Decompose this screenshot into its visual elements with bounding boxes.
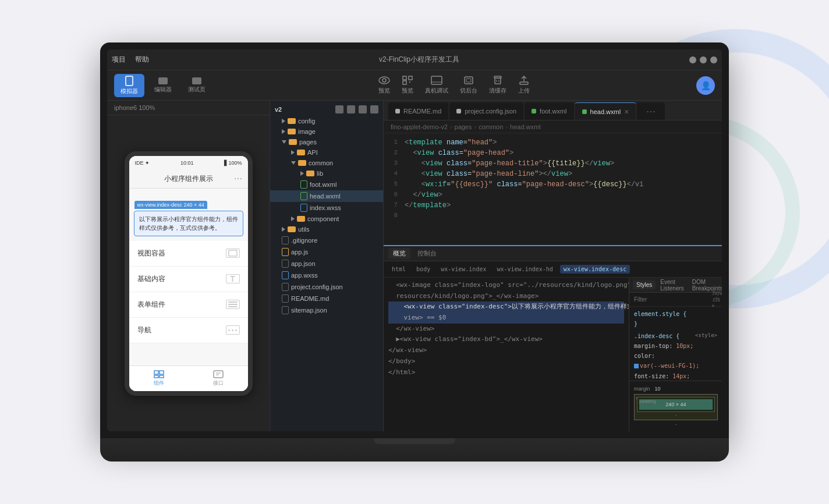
devtools-panel: 概览 控制台 html body wx-view.index wx-view.i…: [384, 245, 722, 431]
tab-close-icon[interactable]: ×: [624, 108, 629, 116]
close-button[interactable]: [710, 56, 717, 63]
dt-line: </html>: [388, 367, 624, 378]
nav-api[interactable]: 接口: [189, 366, 248, 391]
ft-new-file-icon[interactable]: [335, 105, 343, 113]
phone-content: wx-view.index-desc 240 × 44 以下将展示小程序官方组件…: [129, 189, 248, 365]
svg-rect-6: [431, 76, 442, 84]
filetree-item-utils[interactable]: utils: [270, 224, 383, 235]
list-item-0[interactable]: 视图容器: [129, 241, 248, 267]
el-tag-wxview-hd[interactable]: wx-view.index-hd: [493, 265, 556, 274]
svg-rect-14: [520, 82, 528, 84]
test-icon: [192, 77, 201, 84]
filetree-item-indexwxss[interactable]: index.wxss: [270, 202, 383, 214]
filetree-item-config[interactable]: config: [270, 116, 383, 126]
filetree-item-appwxss[interactable]: app.wxss: [270, 269, 383, 281]
nav-components-label: 组件: [154, 379, 164, 387]
editor-button[interactable]: 编辑器: [148, 74, 178, 97]
filetree-item-image[interactable]: image: [270, 126, 383, 137]
tab-readme[interactable]: README.md: [388, 102, 448, 120]
el-tag-wxview-index[interactable]: wx-view.index: [437, 265, 490, 274]
subtab-events[interactable]: Event Listeners: [657, 278, 688, 293]
code-content: <template name="head">: [405, 139, 497, 147]
laptop-frame: 项目 帮助 v2-FinClip小程序开发工具 模拟器: [100, 42, 729, 438]
svg-rect-9: [466, 79, 471, 82]
filetree-item-footwxml[interactable]: foot.wxml: [270, 179, 383, 190]
item-label: README.md: [291, 295, 329, 302]
device-debug-button[interactable]: 真机调试: [425, 76, 448, 95]
device-phone: IDE ✦ 10:01 ▋100% 小程序组件展示 ⋯: [125, 151, 253, 396]
status-right: ▋100%: [224, 160, 242, 166]
list-item-1[interactable]: 基础内容 T: [129, 267, 248, 292]
folder-icon: [289, 139, 297, 145]
devtools-tab-console[interactable]: 控制台: [413, 248, 441, 259]
svg-point-0: [379, 77, 389, 84]
file-icon: [300, 192, 307, 200]
real-preview-button[interactable]: 预览: [402, 76, 413, 95]
item-label: .gitignore: [291, 237, 317, 244]
filetree-item-lib[interactable]: lib: [270, 168, 383, 179]
breadcrumb-common: common: [479, 123, 503, 130]
item-label: sitemap.json: [291, 307, 327, 314]
list-item-label-0: 视图容器: [137, 249, 165, 258]
clear-cache-button[interactable]: 清缓存: [489, 76, 506, 95]
filetree-item-pages[interactable]: pages: [270, 137, 383, 147]
upload-button[interactable]: 上传: [518, 76, 530, 95]
ft-refresh-icon[interactable]: [359, 105, 367, 113]
list-item-2[interactable]: 表单组件: [129, 292, 248, 318]
devtools-code[interactable]: <wx-image class="index-logo" src="../res…: [384, 278, 629, 431]
menu-help[interactable]: 帮助: [135, 55, 149, 65]
ft-collapse-icon[interactable]: [370, 105, 378, 113]
nav-components[interactable]: 组件: [129, 366, 189, 391]
phone-title: 小程序组件展示: [164, 174, 213, 184]
background-label: 切后台: [460, 87, 477, 95]
highlight-text: 以下将展示小程序官方组件能力，组件样式仅供参考，互式仅供参考。: [139, 215, 238, 232]
menu-project[interactable]: 项目: [112, 55, 126, 65]
chevron-icon: [291, 216, 295, 221]
laptop-notch: [374, 438, 455, 444]
filetree-item-gitignore[interactable]: .gitignore: [270, 235, 383, 246]
tab-footwxml[interactable]: foot.wxml: [525, 102, 573, 120]
el-tag-body[interactable]: body: [413, 265, 434, 274]
ft-new-folder-icon[interactable]: [347, 105, 355, 113]
el-tag-wxview-desc[interactable]: wx-view.index-desc: [560, 265, 630, 274]
breadcrumb-sep: ›: [474, 123, 477, 130]
tab-more[interactable]: ⋯: [637, 102, 665, 120]
maximize-button[interactable]: [700, 56, 707, 63]
preview-button[interactable]: 预览: [378, 76, 390, 95]
svg-rect-11: [495, 78, 501, 84]
filetree-item-appjs[interactable]: app.js: [270, 246, 383, 258]
tab-headwxml[interactable]: head.wxml ×: [575, 102, 636, 120]
subtab-styles[interactable]: Styles: [633, 281, 656, 289]
filetree-item-api[interactable]: API: [270, 147, 383, 158]
chevron-icon: [282, 227, 285, 232]
filetree-item-sitemapjson[interactable]: sitemap.json: [270, 304, 383, 316]
tab-label: head.wxml: [590, 108, 621, 115]
tab-projectconfig[interactable]: project.config.json: [449, 102, 523, 120]
filetree-panel: v2 config: [270, 101, 384, 431]
dt-line: ▶<wx-view class="index-bd">_</wx-view>: [388, 334, 624, 345]
simulator-button[interactable]: 模拟器: [114, 74, 144, 97]
filetree-item-headwxml[interactable]: head.wxml: [270, 190, 383, 202]
clear-cache-label: 清缓存: [489, 87, 506, 95]
filetree-item-projectconfig[interactable]: project.config.json: [270, 281, 383, 293]
toolbar-center: 预览 预览: [212, 76, 696, 95]
list-item-label-3: 导航: [137, 325, 151, 335]
minimize-button[interactable]: [689, 56, 696, 63]
list-item-3[interactable]: 导航: [129, 318, 248, 343]
user-avatar[interactable]: 👤: [696, 76, 715, 95]
testpage-button[interactable]: 测试页: [182, 74, 212, 97]
devtools-tab-overview[interactable]: 概览: [388, 248, 410, 259]
folder-icon: [288, 129, 296, 134]
filetree-item-appjson[interactable]: app.json: [270, 258, 383, 269]
tab-label: README.md: [403, 108, 441, 115]
filetree-item-readme[interactable]: README.md: [270, 293, 383, 304]
dt-line-highlighted: view> == $0: [388, 313, 624, 324]
folder-icon: [288, 226, 296, 232]
filetree-item-common[interactable]: common: [270, 158, 383, 168]
code-editor[interactable]: 1 <template name="head"> 2 <view class="…: [384, 133, 722, 245]
el-tag-html[interactable]: html: [388, 265, 409, 274]
filetree-item-component[interactable]: component: [270, 214, 383, 224]
filter-input[interactable]: [634, 296, 708, 303]
highlight-label: wx-view.index-desc 240 × 44: [134, 201, 207, 209]
background-button[interactable]: 切后台: [460, 76, 477, 95]
